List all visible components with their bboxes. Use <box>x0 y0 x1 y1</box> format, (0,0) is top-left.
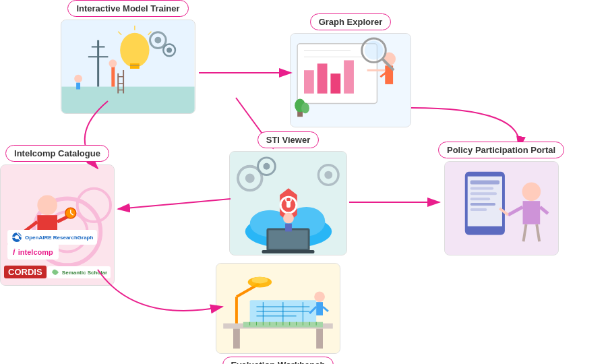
intelcomp-name: intelcomp <box>18 248 53 256</box>
svg-rect-89 <box>470 192 496 195</box>
svg-point-66 <box>283 213 294 224</box>
svg-rect-67 <box>285 224 292 232</box>
ew-image <box>216 263 340 354</box>
svg-rect-90 <box>470 198 490 200</box>
svg-point-12 <box>154 37 161 44</box>
ppp-label: Policy Participation Portal <box>438 142 564 158</box>
cordis-logo: CORDIS <box>4 266 47 278</box>
openaire-text: OpenAIRE ResearchGraph <box>25 235 93 241</box>
sti-label: STI Viewer <box>257 131 320 148</box>
diagram-container: Interactive Model Trainer <box>0 0 608 364</box>
node-ic: Intelcomp Catalogue <box>0 145 115 286</box>
ge-label: Graph Explorer <box>310 13 392 30</box>
svg-point-61 <box>245 174 255 183</box>
node-imt: Interactive Model Trainer <box>61 0 195 114</box>
svg-rect-36 <box>344 60 354 93</box>
svg-point-26 <box>74 75 82 83</box>
svg-rect-9 <box>130 63 140 69</box>
svg-point-127 <box>314 291 325 302</box>
node-ew: Evaluation Workbench <box>216 263 340 364</box>
svg-rect-34 <box>317 63 328 93</box>
svg-rect-94 <box>522 201 540 224</box>
openaire-logo: OpenAIRE ResearchGraph <box>7 230 97 245</box>
svg-rect-103 <box>316 329 323 349</box>
svg-rect-35 <box>330 73 340 94</box>
svg-rect-87 <box>470 181 499 185</box>
svg-rect-128 <box>316 302 323 315</box>
ic-label: Intelcomp Catalogue <box>5 145 109 162</box>
svg-point-93 <box>522 183 541 202</box>
svg-point-8 <box>120 33 149 67</box>
svg-rect-27 <box>76 83 80 90</box>
semantic-text: Semantic Scholar <box>62 270 107 276</box>
node-ppp: Policy Participation Portal <box>438 142 564 255</box>
imt-label: Interactive Model Trainer <box>67 0 188 17</box>
svg-rect-88 <box>470 187 493 189</box>
svg-rect-91 <box>470 203 495 206</box>
svg-point-49 <box>301 103 309 114</box>
ew-label: Evaluation Workbench <box>222 357 334 364</box>
svg-rect-92 <box>470 208 487 211</box>
svg-point-72 <box>37 195 57 216</box>
intelcomp-text: i <box>13 247 15 257</box>
svg-rect-7 <box>61 87 194 113</box>
svg-point-65 <box>324 171 332 179</box>
logo-area: OpenAIRE ResearchGraph i intelcomp CORDI… <box>1 165 114 285</box>
svg-line-5 <box>118 199 231 209</box>
node-sti: STI Viewer <box>229 131 347 255</box>
imt-image <box>61 20 195 114</box>
svg-point-19 <box>109 59 117 67</box>
svg-rect-58 <box>268 230 307 249</box>
node-ge: Graph Explorer <box>290 13 411 127</box>
svg-rect-102 <box>233 329 240 349</box>
svg-point-14 <box>166 47 172 53</box>
intelcomp-logo: i intelcomp <box>7 243 59 260</box>
svg-rect-59 <box>262 250 315 253</box>
semantic-logo: Semantic Scholar <box>47 266 111 278</box>
svg-point-45 <box>365 41 384 60</box>
svg-point-114 <box>252 277 268 284</box>
sti-image <box>229 151 347 255</box>
svg-point-63 <box>263 163 270 170</box>
svg-rect-33 <box>304 70 314 94</box>
ge-image <box>290 33 411 127</box>
cordis-text: CORDIS <box>8 267 42 277</box>
ppp-image <box>444 161 559 255</box>
ic-image: OpenAIRE ResearchGraph i intelcomp CORDI… <box>0 164 115 286</box>
